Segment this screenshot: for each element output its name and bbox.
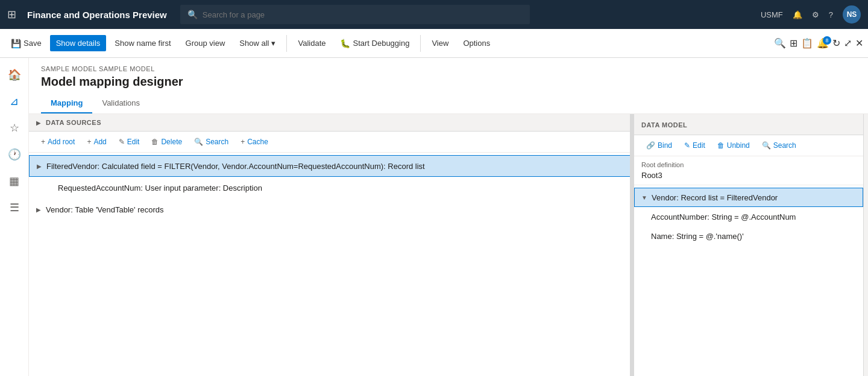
sidebar-list-icon[interactable]: ☰ bbox=[2, 196, 27, 220]
dm-tree-item[interactable]: ▼ Vendor: Record list = FilteredVendor bbox=[634, 188, 863, 207]
popout-icon[interactable]: ⤢ bbox=[844, 37, 852, 49]
chevron-down-icon: ▾ bbox=[271, 39, 275, 48]
tree-item-label: FilteredVendor: Calculated field = FILTE… bbox=[46, 162, 425, 171]
tree-item[interactable]: ▶ Vendor: Table 'VendTable' records bbox=[29, 199, 634, 220]
debug-icon: 🐛 bbox=[340, 39, 350, 48]
edit-dm-button[interactable]: ✎ Edit bbox=[679, 139, 710, 152]
show-all-button[interactable]: Show all ▾ bbox=[233, 35, 281, 51]
tree-item[interactable]: ▶ RequestedAccountNum: User input parame… bbox=[29, 177, 634, 199]
sidebar-workspace-icon[interactable]: ▦ bbox=[2, 169, 27, 193]
dm-item-label: Name: String = @.'name()' bbox=[651, 232, 744, 241]
save-button[interactable]: 💾 Save bbox=[5, 35, 48, 52]
edit-dm-icon: ✎ bbox=[684, 141, 690, 150]
left-sidebar: 🏠 ⊿ ☆ 🕐 ▦ ☰ bbox=[0, 58, 29, 376]
group-view-button[interactable]: Group view bbox=[180, 35, 231, 51]
toolbar-separator-2 bbox=[420, 35, 421, 52]
toolbar-separator-1 bbox=[286, 35, 287, 52]
validate-button[interactable]: Validate bbox=[292, 35, 332, 51]
tree-item-label: Vendor: Table 'VendTable' records bbox=[46, 205, 164, 214]
page-tabs: Mapping Validations bbox=[41, 94, 856, 113]
bookmark-icon[interactable]: 📋 bbox=[801, 37, 813, 49]
page-title: Model mapping designer bbox=[41, 75, 856, 89]
options-button[interactable]: Options bbox=[457, 35, 496, 51]
bind-icon: 🔗 bbox=[646, 141, 655, 150]
search-icon: 🔍 bbox=[187, 10, 198, 19]
breadcrumb: SAMPLE MODEL SAMPLE MODEL bbox=[41, 65, 856, 72]
show-name-button[interactable]: Show name first bbox=[108, 35, 177, 51]
show-all-dropdown[interactable]: Show all ▾ bbox=[233, 35, 281, 51]
dm-tree-item[interactable]: Name: String = @.'name()' bbox=[634, 226, 863, 246]
save-icon: 💾 bbox=[11, 39, 21, 48]
main-layout: 🏠 ⊿ ☆ 🕐 ▦ ☰ SAMPLE MODEL SAMPLE MODEL Mo… bbox=[0, 58, 868, 376]
notification-icon[interactable]: 🔔 bbox=[793, 10, 802, 19]
page-header: SAMPLE MODEL SAMPLE MODEL Model mapping … bbox=[29, 58, 868, 114]
datamodel-toolbar: 🔗 Bind ✎ Edit 🗑 Unbind 🔍 Search bbox=[634, 135, 863, 156]
search-input[interactable] bbox=[203, 10, 523, 19]
datasources-panel: ▶ DATA SOURCES + Add root + Add ✎ bbox=[29, 114, 634, 376]
dm-expand-icon[interactable]: ▼ bbox=[640, 193, 649, 202]
edit-button[interactable]: ✎ Edit bbox=[114, 135, 145, 148]
help-icon[interactable]: ? bbox=[829, 10, 833, 19]
dm-item-label: Vendor: Record list = FilteredVendor bbox=[652, 193, 778, 202]
avatar[interactable]: NS bbox=[843, 5, 861, 24]
show-details-button[interactable]: Show details bbox=[50, 35, 107, 51]
edit-icon: ✎ bbox=[119, 138, 125, 146]
resize-handle[interactable] bbox=[630, 114, 634, 376]
root-definition-section: Root definition Root3 bbox=[634, 156, 863, 185]
content-area: SAMPLE MODEL SAMPLE MODEL Model mapping … bbox=[29, 58, 868, 376]
dm-item-label: AccountNumber: String = @.AccountNum bbox=[651, 212, 796, 221]
grid-icon[interactable]: ⊞ bbox=[7, 8, 16, 21]
top-navigation: ⊞ Finance and Operations Preview 🔍 USMF … bbox=[0, 0, 868, 29]
user-label: USMF bbox=[761, 10, 783, 19]
root-def-value: Root3 bbox=[641, 171, 856, 180]
search-dm-button[interactable]: 🔍 Search bbox=[757, 139, 801, 152]
cache-icon: + bbox=[241, 138, 245, 146]
search-button[interactable]: 🔍 Search bbox=[189, 135, 233, 148]
app-title: Finance and Operations Preview bbox=[27, 10, 167, 20]
connector-icon[interactable]: ⊞ bbox=[790, 37, 797, 49]
search-toolbar-icon[interactable]: 🔍 bbox=[774, 37, 786, 49]
unbind-button[interactable]: 🗑 Unbind bbox=[712, 139, 755, 152]
view-button[interactable]: View bbox=[426, 35, 454, 51]
cache-button[interactable]: + Cache bbox=[236, 135, 273, 148]
datasources-tree: ▶ FilteredVendor: Calculated field = FIL… bbox=[29, 153, 634, 376]
notification-badge-icon[interactable]: 🔔 8 bbox=[817, 37, 829, 49]
datamodel-panel: DATA MODEL 🔗 Bind ✎ Edit 🗑 Unbind bbox=[634, 114, 863, 376]
root-def-label: Root definition bbox=[641, 161, 856, 168]
sidebar-favorites-icon[interactable]: ☆ bbox=[2, 116, 27, 140]
tab-validations[interactable]: Validations bbox=[92, 94, 149, 113]
start-debugging-button[interactable]: 🐛 Start Debugging bbox=[334, 35, 415, 52]
add-button[interactable]: + Add bbox=[82, 135, 111, 148]
search-dm-icon: 🔍 bbox=[762, 141, 771, 150]
datamodel-panel-title: DATA MODEL bbox=[641, 121, 687, 129]
right-scrollbar[interactable] bbox=[863, 114, 868, 376]
sidebar-home-icon[interactable]: 🏠 bbox=[2, 63, 27, 87]
expand-icon[interactable]: ▶ bbox=[34, 205, 43, 214]
delete-icon: 🗑 bbox=[151, 138, 159, 146]
search-bar[interactable]: 🔍 bbox=[180, 5, 530, 24]
sidebar-filter-icon[interactable]: ⊿ bbox=[2, 89, 27, 113]
tree-item[interactable]: ▶ FilteredVendor: Calculated field = FIL… bbox=[29, 155, 634, 177]
add-root-button[interactable]: + Add root bbox=[36, 135, 80, 148]
datamodel-panel-header: DATA MODEL bbox=[634, 114, 863, 135]
panel-collapse-icon[interactable]: ▶ bbox=[36, 119, 41, 126]
tab-mapping[interactable]: Mapping bbox=[41, 94, 92, 113]
sidebar-recent-icon[interactable]: 🕐 bbox=[2, 142, 27, 167]
datasources-toolbar: + Add root + Add ✎ Edit 🗑 Delete bbox=[29, 132, 634, 153]
top-nav-right: USMF 🔔 ⚙ ? NS bbox=[761, 5, 861, 24]
search-ds-icon: 🔍 bbox=[194, 138, 203, 146]
bind-button[interactable]: 🔗 Bind bbox=[641, 139, 677, 152]
delete-button[interactable]: 🗑 Delete bbox=[146, 135, 187, 148]
expand-icon[interactable]: ▶ bbox=[34, 161, 44, 171]
toolbar: 💾 Save Show details Show name first Grou… bbox=[0, 29, 868, 58]
add-root-icon: + bbox=[41, 138, 45, 146]
datasources-panel-title: DATA SOURCES bbox=[46, 119, 101, 126]
unbind-icon: 🗑 bbox=[717, 141, 725, 150]
settings-icon[interactable]: ⚙ bbox=[812, 10, 819, 19]
designer-layout: ▶ DATA SOURCES + Add root + Add ✎ bbox=[29, 114, 868, 376]
add-icon: + bbox=[87, 138, 91, 146]
tree-item-label: RequestedAccountNum: User input paramete… bbox=[58, 183, 262, 193]
refresh-icon[interactable]: ↻ bbox=[832, 37, 840, 49]
dm-tree-item[interactable]: AccountNumber: String = @.AccountNum bbox=[634, 207, 863, 226]
close-icon[interactable]: ✕ bbox=[855, 37, 863, 49]
